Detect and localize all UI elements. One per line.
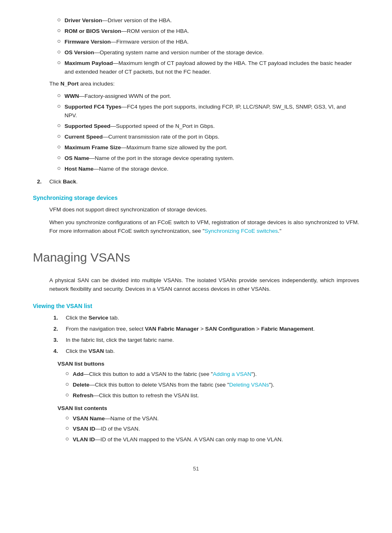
bullet-icon (58, 51, 60, 53)
hba-bullet-list: Driver Version—Driver version of the HBA… (33, 16, 359, 76)
item-label: Driver Version (65, 17, 102, 23)
bullet-icon (58, 94, 60, 97)
delete-vsan-link[interactable]: Deleting VSANs (229, 382, 269, 388)
bullet-icon (66, 417, 69, 419)
item-desc: —Maximum frame size allowed by the port. (121, 144, 227, 151)
step2-item: 2. Click Back. (33, 178, 359, 186)
vsan-step1: 1. Click the Service tab. (49, 314, 359, 322)
list-item: Firmware Version—Firmware version of the… (49, 38, 359, 46)
bullet-icon (58, 40, 60, 43)
list-item: Supported Speed—Supported speed of the N… (49, 122, 359, 131)
item-label: Current Speed (65, 134, 103, 140)
step-number: 3. (53, 336, 63, 345)
step-text: In the fabric list, click the target fab… (66, 336, 174, 345)
vsan-steps-list: 1. Click the Service tab. 2. From the na… (33, 314, 359, 356)
vsan-buttons-list: Add—Click this button to add a VSAN to t… (58, 370, 359, 400)
item-desc: —Name of the storage device. (94, 166, 168, 172)
vsan-contents-list: VSAN Name—Name of the VSAN. VSAN ID—ID o… (58, 415, 359, 445)
item-label: Maximum Payload (65, 60, 113, 66)
bullet-icon (66, 427, 69, 430)
item-label: Firmware Version (65, 39, 111, 45)
bullet-icon (66, 438, 69, 440)
item-label: WWN (65, 93, 79, 99)
list-item: ROM or BIOS Version—ROM version of the H… (49, 27, 359, 36)
sync-para2: When you synchronize configurations of a… (49, 218, 359, 236)
list-item: Supported FC4 Types—FC4 types the port s… (49, 103, 359, 120)
add-vsan-link[interactable]: Adding a VSAN (213, 371, 251, 377)
sync-link[interactable]: Synchronizing FCoE switches (205, 228, 278, 234)
step-number: 2. (53, 325, 63, 334)
bullet-icon (58, 156, 60, 159)
sync-content: VFM does not support direct synchronizat… (33, 206, 359, 236)
page: Driver Version—Driver version of the HBA… (0, 0, 392, 533)
vsan-list-contents-heading: VSAN list contents (58, 404, 359, 413)
vsan-list-buttons-heading: VSAN list buttons (58, 360, 359, 368)
bullet-icon (66, 394, 69, 396)
list-item: Maximum Payload—Maximum length of CT pay… (49, 59, 359, 76)
bullet-icon (58, 167, 60, 170)
step2-list: 2. Click Back. (33, 178, 359, 186)
vsan-step3: 3. In the fabric list, click the target … (49, 336, 359, 345)
item-desc: —Supported speed of the N_Port in Gbps. (111, 123, 215, 129)
list-item: WWN—Factory-assigned WWN of the port. (49, 92, 359, 101)
nport-intro: The N_Port area includes: (33, 80, 359, 88)
list-item: VSAN Name—Name of the VSAN. (58, 415, 359, 423)
sync-para1: VFM does not support direct synchronizat… (49, 206, 359, 214)
chapter-intro: A physical SAN can be divided into multi… (33, 276, 359, 294)
list-item: OS Version—Operating system name and ver… (49, 49, 359, 57)
list-item: Host Name—Name of the storage device. (49, 165, 359, 174)
item-desc: —Factory-assigned WWN of the port. (79, 93, 171, 99)
sync-section: Synchronizing storage devices VFM does n… (33, 194, 359, 236)
vsan-list-heading: Viewing the VSAN list (33, 302, 359, 311)
chapter-title: Managing VSANs (33, 248, 359, 269)
item-desc: —Name of the port in the storage device … (89, 155, 234, 161)
list-item: Maximum Frame Size—Maximum frame size al… (49, 144, 359, 152)
bullet-icon (58, 105, 60, 108)
bullet-icon (58, 135, 60, 138)
item-desc: —Driver version of the HBA. (102, 17, 172, 23)
vsan-contents-section: VSAN list contents VSAN Name—Name of the… (33, 404, 359, 445)
bullet-icon (58, 61, 60, 64)
step-number: 1. (53, 314, 63, 322)
step-text: Click the VSAN tab. (66, 347, 115, 356)
item-label: Supported FC4 Types (65, 104, 122, 110)
bullet-icon (58, 124, 60, 127)
step-number: 4. (53, 347, 63, 356)
list-item: Refresh—Click this button to refresh the… (58, 392, 359, 400)
step-text: From the navigation tree, select VAN Fab… (66, 325, 315, 334)
bullet-icon (66, 383, 69, 386)
item-desc: —Firmware version of the HBA. (111, 39, 189, 45)
vsan-section: Viewing the VSAN list 1. Click the Servi… (33, 302, 359, 445)
bullet-icon (58, 146, 60, 148)
list-item: Delete—Click this button to delete VSANs… (58, 381, 359, 389)
bullet-icon (66, 372, 69, 375)
sync-heading: Synchronizing storage devices (33, 194, 359, 203)
list-item: VLAN ID—ID of the VLAN mapped to the VSA… (58, 436, 359, 444)
bullet-icon (58, 19, 60, 21)
nport-bullet-list: WWN—Factory-assigned WWN of the port. Su… (33, 92, 359, 173)
item-label: Maximum Frame Size (65, 144, 121, 151)
list-item: Current Speed—Current transmission rate … (49, 133, 359, 141)
list-item: Driver Version—Driver version of the HBA… (49, 16, 359, 25)
item-label: OS Name (65, 155, 89, 161)
item-label: Host Name (65, 166, 94, 172)
bullet-icon (58, 29, 60, 32)
item-label: Supported Speed (65, 123, 111, 129)
page-number: 51 (33, 465, 359, 473)
item-desc: —Operating system name and version numbe… (94, 49, 264, 56)
item-desc: —Current transmission rate of the port i… (103, 134, 219, 140)
item-label: OS Version (65, 49, 94, 56)
vsan-step4: 4. Click the VSAN tab. (49, 347, 359, 356)
item-label: ROM or BIOS Version (65, 28, 121, 34)
chapter-para: A physical SAN can be divided into multi… (49, 276, 359, 294)
item-desc: —ROM version of the HBA. (121, 28, 189, 34)
step2-text: Click Back. (49, 178, 78, 186)
vsan-buttons-section: VSAN list buttons Add—Click this button … (33, 360, 359, 400)
step2-number: 2. (37, 178, 47, 186)
vsan-step2: 2. From the navigation tree, select VAN … (49, 325, 359, 334)
step-text: Click the Service tab. (66, 314, 119, 322)
list-item: OS Name—Name of the port in the storage … (49, 154, 359, 163)
list-item: Add—Click this button to add a VSAN to t… (58, 370, 359, 379)
list-item: VSAN ID—ID of the VSAN. (58, 425, 359, 433)
